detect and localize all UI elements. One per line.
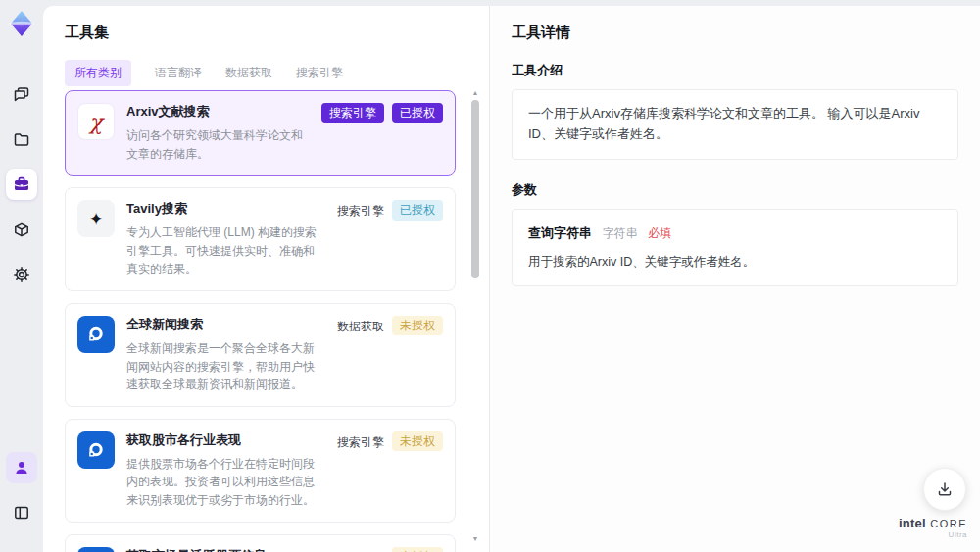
download-button[interactable] [923, 468, 966, 511]
scroll-down-arrow[interactable]: ▼ [469, 534, 481, 544]
tab-search-engine[interactable]: 搜索引擎 [296, 60, 343, 86]
tab-all-categories[interactable]: 所有类别 [65, 60, 131, 86]
tool-card-tavily[interactable]: ✦ Tavily搜索 专为人工智能代理 (LLM) 构建的搜索引擎工具。可快速提… [65, 187, 456, 291]
tool-desc: 专为人工智能代理 (LLM) 构建的搜索引擎工具。可快速提供实时、准确和真实的结… [126, 224, 325, 278]
intro-heading: 工具介绍 [512, 62, 958, 79]
category-label: 数据获取 [337, 316, 384, 338]
scroll-up-arrow[interactable]: ▲ [469, 88, 481, 98]
intro-box: 一个用于从Arxiv存储库搜索科学论文和文章的工具。 输入可以是Arxiv ID… [512, 89, 958, 160]
user-icon [13, 459, 30, 477]
auth-status-badge: 已授权 [392, 103, 443, 123]
chat-icon [13, 85, 30, 103]
tools-panel: 工具集 所有类别 语言翻译 数据获取 搜索引擎 χ Arxiv文献搜索 访问各个… [43, 6, 490, 552]
download-icon [936, 480, 954, 498]
page-title: 工具集 [65, 24, 469, 42]
sidebar-item-settings[interactable] [6, 259, 37, 290]
panel-toggle-icon [13, 504, 30, 522]
tool-details-panel: 工具详情 工具介绍 一个用于从Arxiv存储库搜索科学论文和文章的工具。 输入可… [490, 6, 980, 552]
tab-data-acquisition[interactable]: 数据获取 [225, 60, 272, 86]
auth-status-badge: 已授权 [392, 200, 443, 220]
category-tabs: 所有类别 语言翻译 数据获取 搜索引擎 [65, 60, 469, 86]
tool-desc: 访问各个研究领域大量科学论文和文章的存储库。 [126, 126, 310, 163]
auth-status-badge: 未授权 [392, 547, 443, 552]
folder-icon [13, 130, 30, 148]
tool-list: χ Arxiv文献搜索 访问各个研究领域大量科学论文和文章的存储库。 搜索引擎 … [65, 90, 456, 552]
scrollbar-thumb[interactable] [471, 100, 479, 278]
main-content: 工具集 所有类别 语言翻译 数据获取 搜索引擎 χ Arxiv文献搜索 访问各个… [43, 6, 980, 552]
tool-name: Arxiv文献搜索 [126, 103, 310, 121]
category-label: 搜索引擎 [337, 547, 384, 552]
sidebar-item-files[interactable] [6, 124, 37, 155]
sidebar-item-chat[interactable] [6, 78, 37, 110]
param-required-flag: 必填 [648, 226, 671, 240]
sidebar-item-account[interactable] [6, 452, 37, 483]
tool-list-scrollbar: ▲ ▼ [469, 88, 481, 544]
toolbox-icon [13, 176, 30, 193]
param-desc: 用于搜索的Arxiv ID、关键字或作者姓名。 [528, 252, 942, 272]
param-type: 字符串 [603, 226, 638, 240]
news-logo-icon [77, 547, 115, 552]
tool-name: 全球新闻搜索 [126, 316, 325, 333]
sidebar-item-collapse[interactable] [6, 497, 37, 528]
news-logo-icon [77, 431, 115, 469]
params-heading: 参数 [512, 181, 958, 199]
category-badge: 搜索引擎 [321, 103, 384, 123]
details-title: 工具详情 [512, 24, 958, 42]
news-logo-icon [77, 316, 115, 353]
category-label: 搜索引擎 [337, 431, 384, 454]
gear-icon [13, 266, 30, 283]
tool-card-sector-performance[interactable]: 获取股市各行业表现 提供股票市场各个行业在特定时间段内的表现。投资者可以利用这些… [65, 419, 456, 523]
app-sidebar [0, 0, 43, 552]
tool-desc: 全球新闻搜索是一个聚合全球各大新闻网站内容的搜索引擎，帮助用户快速获取全球最新资… [126, 339, 325, 394]
category-label: 搜索引擎 [337, 200, 384, 223]
auth-status-badge: 未授权 [392, 431, 443, 451]
app-logo [6, 8, 37, 39]
tool-card-global-news[interactable]: 全球新闻搜索 全球新闻搜索是一个聚合全球各大新闻网站内容的搜索引擎，帮助用户快速… [65, 303, 456, 407]
sidebar-item-models[interactable] [6, 214, 37, 245]
tool-card-arxiv[interactable]: χ Arxiv文献搜索 访问各个研究领域大量科学论文和文章的存储库。 搜索引擎 … [65, 90, 456, 176]
cube-icon [13, 221, 30, 238]
tool-name: Tavily搜索 [126, 200, 325, 218]
tool-desc: 提供股票市场各个行业在特定时间段内的表现。投资者可以利用这些信息来识别表现优于或… [126, 455, 325, 510]
sidebar-item-tools[interactable] [6, 169, 37, 200]
param-name: 查询字符串 [528, 226, 592, 240]
tool-name: 获取股市各行业表现 [126, 431, 325, 449]
gem-logo-icon [6, 8, 37, 39]
arxiv-logo-icon: χ [77, 103, 115, 140]
tool-name: 获取市场最活跃股票信息 [126, 547, 325, 552]
tool-card-active-stocks[interactable]: 获取市场最活跃股票信息 提供当天交易量最高的股票列表，投资者可以利用这些信息来识… [65, 534, 456, 552]
auth-status-badge: 未授权 [392, 316, 443, 335]
tavily-logo-icon: ✦ [77, 200, 115, 237]
tab-language-translation[interactable]: 语言翻译 [155, 60, 202, 86]
param-box: 查询字符串 字符串 必填 用于搜索的Arxiv ID、关键字或作者姓名。 [512, 209, 958, 287]
intel-core-logo: intel CORE Ultra [899, 514, 967, 540]
